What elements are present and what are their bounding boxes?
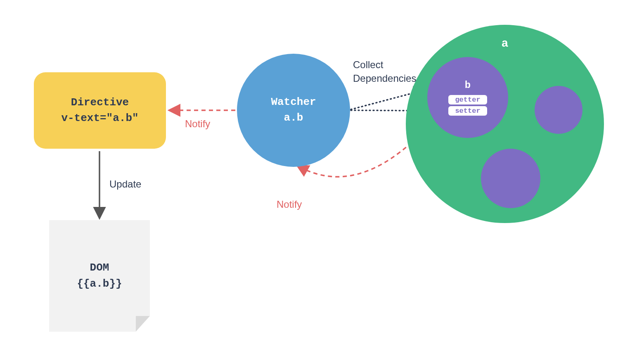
directive-title: Directive <box>71 95 129 111</box>
getter-badge: getter <box>448 95 487 104</box>
dom-code: {{a.b}} <box>77 276 122 292</box>
setter-badge: setter <box>448 106 487 116</box>
property-circle-1 <box>535 86 582 134</box>
label-notify-1: Notify <box>185 118 210 130</box>
watcher-title: Watcher <box>271 95 316 110</box>
label-collect-2: Dependencies <box>353 73 416 84</box>
directive-code: v-text="a.b" <box>61 111 138 126</box>
object-a-label: a <box>502 37 509 50</box>
page-fold-icon <box>136 316 150 332</box>
dom-title: DOM <box>90 260 109 276</box>
dom-node: DOM {{a.b}} <box>49 220 150 332</box>
label-collect-1: Collect <box>353 59 383 71</box>
object-a-node: a b getter setter <box>406 25 604 223</box>
object-b-node: b getter setter <box>427 57 508 138</box>
watcher-node: Watcher a.b <box>237 54 350 167</box>
watcher-code: a.b <box>284 110 303 126</box>
label-update: Update <box>109 178 141 190</box>
label-notify-2: Notify <box>277 199 302 210</box>
object-b-label: b <box>465 80 471 91</box>
directive-node: Directive v-text="a.b" <box>34 72 166 149</box>
property-circle-2 <box>481 149 540 208</box>
